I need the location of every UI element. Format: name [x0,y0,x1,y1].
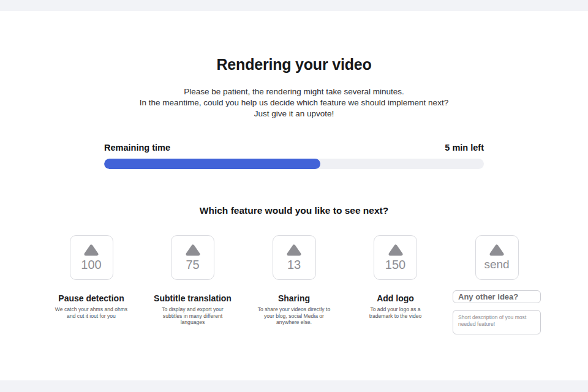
idea-description-textarea[interactable] [453,310,541,334]
send-idea-button[interactable]: send [475,235,519,280]
send-label: send [484,258,509,271]
upvote-button-pause-detection[interactable]: 100 [70,235,113,280]
feature-title: Sharing [278,293,310,303]
feature-description: To display and export your subtitles in … [156,306,230,326]
other-idea-input[interactable] [453,290,541,303]
feature-vote-row: 100 Pause detection We catch your ahms a… [45,235,543,334]
remaining-time-label: Remaining time [104,143,170,153]
upvote-button-subtitle-translation[interactable]: 75 [171,235,214,280]
main-content: Rendering your video Please be patient, … [0,11,588,380]
upvote-triangle-icon [286,244,302,257]
upvote-button-add-logo[interactable]: 150 [374,235,417,280]
page-title: Rendering your video [0,11,588,74]
vote-count: 13 [287,258,301,271]
vote-count: 100 [81,258,101,271]
rendering-progress-section: Remaining time 5 min left [104,143,484,169]
feature-sharing: 13 Sharing To share your videos directly… [248,235,340,334]
feature-title: Add logo [377,293,414,303]
vote-count: 75 [186,258,199,271]
feature-description: To share your videos directly to your bl… [257,306,331,326]
feature-title: Subtitle translation [154,293,232,303]
vote-count: 150 [385,258,405,271]
upvote-triangle-icon [185,244,201,257]
progress-bar-fill [104,159,320,169]
feature-description: To add your logo as a trademark to the v… [358,306,433,319]
feature-pause-detection: 100 Pause detection We catch your ahms a… [45,235,137,334]
feature-custom-idea: send [451,235,543,334]
upvote-button-sharing[interactable]: 13 [273,235,316,280]
feature-vote-heading: Which feature would you like to see next… [0,205,588,216]
feature-subtitle-translation: 75 Subtitle translation To display and e… [147,235,239,334]
upvote-triangle-icon [489,244,505,257]
feature-description: We catch your ahms and ohms and cut it i… [54,306,129,319]
time-left-value: 5 min left [445,143,484,153]
feature-add-logo: 150 Add logo To add your logo as a trade… [350,235,442,334]
progress-bar-track [104,159,484,169]
upvote-triangle-icon [83,244,99,257]
feature-title: Pause detection [58,293,124,303]
upvote-triangle-icon [388,244,404,257]
page-subtitle: Please be patient, the rendering might t… [74,86,514,119]
